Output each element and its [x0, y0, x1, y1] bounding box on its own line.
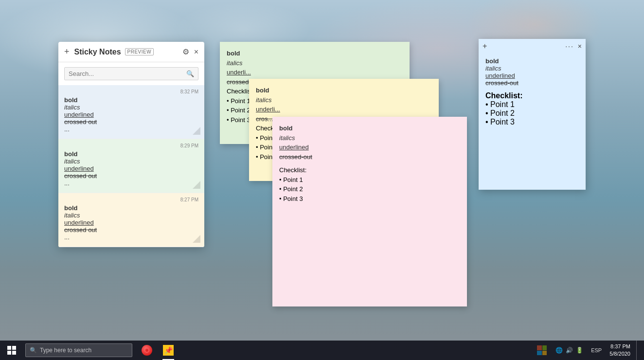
note-bold: bold [485, 57, 579, 65]
opera-icon [142, 345, 152, 356]
note-corner-decoration [193, 235, 200, 243]
add-note-icon[interactable]: + [483, 42, 487, 51]
note-italic: italics [64, 212, 198, 219]
note-strikethrough: crossed-out [279, 152, 460, 162]
close-panel-button[interactable]: × [194, 48, 198, 56]
system-tray: 🌐 🔊 🔋 ESP 8:37 PM 5/8/2020 [537, 341, 644, 360]
note-bold: bold [227, 49, 403, 58]
list-item: • Point 3 [279, 194, 460, 204]
note-list-item[interactable]: 8:27 PM bold italics underlined crossed … [58, 193, 204, 247]
note-list-item[interactable]: 8:32 PM bold italics underlined crossed … [58, 85, 204, 139]
taskbar-clock[interactable]: 8:37 PM 5/8/2020 [606, 343, 634, 358]
sticky-panel: + Sticky Notes PREVIEW ⚙ × 🔍 8:32 PM bol… [58, 42, 204, 247]
note-timestamp: 8:27 PM [64, 197, 198, 202]
opera-inner [144, 348, 149, 353]
volume-icon[interactable]: 🔊 [566, 347, 573, 354]
note-strikethrough: crossed out [64, 172, 198, 180]
note-italic: italics [227, 58, 403, 68]
start-button[interactable] [0, 341, 23, 360]
search-icon: 🔍 [186, 70, 194, 77]
checklist-label: Checklist: [279, 165, 460, 175]
note-ellipsis: ... [64, 180, 198, 187]
sticky-panel-title: Sticky Notes [74, 48, 121, 56]
note-list-item[interactable]: 8:29 PM bold italics underlined crossed … [58, 139, 204, 193]
checklist-points: • Point 1 • Point 2 • Point 3 [485, 100, 579, 126]
ms-logo-red [537, 345, 542, 350]
win-logo-quad [12, 351, 16, 355]
sticky-notes-app-button[interactable]: 📌 [158, 341, 179, 360]
taskbar-date: 5/8/2020 [609, 350, 630, 358]
sticky-window-body[interactable]: bold italics underlined crossed-out Chec… [479, 54, 586, 190]
note-bold: bold [64, 204, 198, 212]
ms-logo-icon [537, 345, 547, 355]
note-underline: underlined [64, 111, 198, 118]
note-underline: underli... [227, 68, 403, 77]
note-italic: italics [279, 133, 460, 143]
note-underline: underlined [485, 72, 579, 79]
active-sticky-note[interactable]: + ··· × bold italics underlined crossed-… [479, 39, 586, 190]
checklist-points: • Point 1 • Point 2 • Point 3 [279, 175, 460, 204]
close-note-button[interactable]: × [578, 42, 582, 50]
ms-watermark [537, 345, 547, 355]
taskbar-search-bar[interactable]: 🔍 Type here to search [25, 343, 132, 357]
note-ellipsis: ... [64, 126, 198, 133]
note-underline: underlined [279, 143, 460, 152]
language-indicator: ESP [589, 347, 604, 353]
add-note-button[interactable]: + [64, 47, 70, 57]
show-desktop-button[interactable] [636, 341, 640, 360]
list-item: • Point 2 [279, 184, 460, 194]
note-timestamp: 8:29 PM [64, 143, 198, 148]
note-strikethrough: crossed out [64, 118, 198, 126]
note-italic: italics [64, 158, 198, 165]
search-input[interactable] [69, 70, 186, 77]
sticky-window-header: + ··· × [479, 39, 586, 54]
floating-note-pink[interactable]: bold italics underlined crossed-out Chec… [272, 117, 467, 306]
ms-logo-yellow [542, 351, 547, 356]
list-item: • Point 2 [485, 109, 579, 118]
note-underline: underlined [64, 165, 198, 172]
win-logo-quad [7, 346, 11, 350]
note-bold: bold [64, 150, 198, 158]
list-item: • Point 1 [279, 175, 460, 185]
taskbar-apps: 📌 [136, 341, 179, 360]
settings-icon[interactable]: ⚙ [182, 47, 189, 56]
note-underline: underli... [256, 105, 432, 114]
note-underline: underlined [64, 219, 198, 226]
note-strikethrough: crossed out [64, 226, 198, 234]
network-icon[interactable]: 🌐 [555, 347, 563, 354]
windows-logo-icon [7, 346, 16, 355]
ms-logo-blue [537, 351, 542, 356]
sticky-notes-icon: 📌 [163, 345, 174, 356]
checklist-label: Checklist: [485, 91, 579, 100]
list-item: • Point 1 [485, 100, 579, 109]
win-logo-quad [12, 346, 16, 350]
note-bold: bold [64, 96, 198, 104]
list-item: • Point 3 [485, 118, 579, 126]
note-ellipsis: ... [64, 234, 198, 241]
taskbar: 🔍 Type here to search 📌 🌐 🔊 [0, 341, 644, 360]
taskbar-time: 8:37 PM [609, 343, 630, 350]
sticky-panel-header: + Sticky Notes PREVIEW ⚙ × [58, 42, 204, 62]
taskbar-search-text: Type here to search [40, 347, 91, 354]
search-bar[interactable]: 🔍 [64, 67, 198, 80]
note-corner-decoration [193, 181, 200, 189]
battery-icon[interactable]: 🔋 [576, 347, 583, 354]
ms-logo-green [542, 345, 547, 350]
more-options-icon[interactable]: ··· [565, 42, 574, 50]
note-strikethrough: crossed-out [485, 79, 579, 87]
note-italic: italics [485, 65, 579, 72]
note-corner-decoration [193, 127, 200, 135]
system-icons: 🌐 🔊 🔋 [552, 347, 587, 354]
note-italic: italics [64, 104, 198, 111]
note-bold: bold [279, 124, 460, 133]
preview-badge: PREVIEW [125, 48, 154, 55]
note-timestamp: 8:32 PM [64, 89, 198, 94]
opera-app-button[interactable] [136, 341, 158, 360]
win-logo-quad [7, 351, 11, 355]
note-italic: italics [256, 95, 432, 105]
search-icon: 🔍 [30, 347, 37, 354]
note-bold: bold [256, 86, 432, 95]
notes-list: 8:32 PM bold italics underlined crossed … [58, 85, 204, 247]
